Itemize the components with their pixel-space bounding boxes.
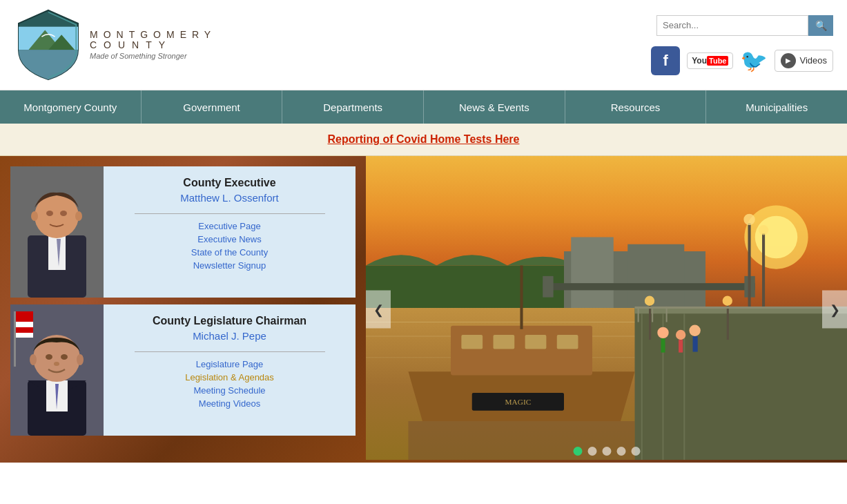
svg-rect-63 [661,338,665,353]
svg-rect-41 [748,223,751,308]
legislation-agendas-link[interactable]: Legislation & Agendas [185,372,274,382]
svg-rect-18 [16,327,33,333]
videos-button[interactable]: ▶ Videos [775,50,833,72]
nav-news-events[interactable]: News & Events [424,90,565,124]
svg-rect-19 [16,333,33,338]
svg-rect-43 [762,233,765,308]
county-executive-card: County Executive Matthew L. Ossenfort Ex… [10,166,356,298]
legislature-page-link[interactable]: Legislature Page [185,359,274,369]
svg-point-30 [54,362,59,366]
videos-label: Videos [799,55,827,66]
svg-text:MAGIC: MAGIC [505,398,532,406]
svg-point-62 [657,327,668,338]
carousel-dot-4[interactable] [616,447,625,456]
header-right: 🔍 f YouTube 🐦 ▶ Videos [651,15,833,75]
svg-point-26 [30,354,37,365]
svg-rect-15 [14,311,16,367]
search-bar: 🔍 [656,15,833,36]
executive-page-link[interactable]: Executive Page [191,221,268,231]
svg-point-27 [77,354,84,365]
svg-rect-38 [543,283,755,290]
left-panel: County Executive Matthew L. Ossenfort Ex… [0,156,366,463]
svg-rect-70 [727,304,729,340]
nav-municipalities[interactable]: Municipalities [706,90,847,124]
main-nav: Montgomery County Government Departments… [0,90,847,124]
svg-point-10 [46,211,53,216]
svg-rect-65 [679,340,683,352]
svg-rect-17 [16,322,33,327]
county-legislature-card: County Legislature Chairman Michael J. P… [10,304,356,436]
logo-line2: COUNTY [90,40,216,50]
legislature-info: County Legislature Chairman Michael J. P… [104,304,356,436]
legislature-title: County Legislature Chairman [153,315,306,327]
carousel-dot-1[interactable] [573,447,582,456]
logo-subtitle: Made of Something Stronger [90,52,216,60]
newsletter-signup-link[interactable]: Newsletter Signup [191,260,268,271]
main-content: County Executive Matthew L. Ossenfort Ex… [0,156,847,463]
search-input[interactable] [656,15,808,36]
logo-shield-icon [14,7,83,83]
svg-point-64 [676,330,685,340]
svg-rect-3 [19,50,78,79]
covid-link[interactable]: Reporting of Covid Home Tests Here [328,133,520,145]
svg-rect-55 [461,335,483,349]
meeting-schedule-link[interactable]: Meeting Schedule [185,385,274,396]
executive-links: Executive Page Executive News State of t… [191,221,268,271]
logo-area: MONTGOMERY COUNTY Made of Something Stro… [14,7,216,83]
svg-point-42 [743,214,754,225]
meeting-videos-link[interactable]: Meeting Videos [185,398,274,409]
youtube-you: You [692,56,707,66]
carousel-dot-3[interactable] [602,447,611,456]
nav-government[interactable]: Government [142,90,283,124]
prev-arrow-icon: ❮ [373,302,384,317]
executive-title: County Executive [183,177,275,189]
svg-rect-56 [494,335,515,349]
svg-point-28 [46,354,52,360]
svg-point-11 [60,211,67,216]
logo-line1: MONTGOMERY [90,30,216,40]
carousel-prev-button[interactable]: ❮ [366,291,391,329]
search-button[interactable]: 🔍 [808,15,833,36]
nav-montgomery-county[interactable]: Montgomery County [0,90,142,124]
logo-title: MONTGOMERY COUNTY [90,30,216,51]
slideshow-image: MAGIC [366,156,847,460]
carousel-next-button[interactable]: ❯ [822,291,847,329]
svg-point-29 [61,354,68,360]
youtube-icon[interactable]: YouTube [687,52,733,69]
svg-point-69 [645,296,654,306]
state-of-county-link[interactable]: State of the County [191,247,268,258]
executive-portrait [10,166,104,298]
svg-rect-16 [16,311,33,322]
social-links: f YouTube 🐦 ▶ Videos [651,46,833,75]
carousel-dots [573,447,640,456]
covid-banner: Reporting of Covid Home Tests Here [0,124,847,156]
svg-rect-54 [451,326,592,376]
svg-point-13 [75,211,82,221]
legislature-links: Legislature Page Legislation & Agendas M… [185,359,274,409]
svg-rect-67 [693,336,698,352]
svg-point-33 [755,216,798,259]
legislature-photo [10,304,104,436]
carousel-dot-5[interactable] [631,447,640,456]
executive-photo [10,166,104,298]
play-circle-icon: ▶ [781,53,796,68]
slideshow: MAGIC ❮ ❯ [366,156,847,463]
svg-rect-58 [557,335,578,349]
nav-resources[interactable]: Resources [565,90,707,124]
site-header: MONTGOMERY COUNTY Made of Something Stro… [0,0,847,90]
svg-point-71 [723,296,732,306]
carousel-dot-2[interactable] [587,447,596,456]
next-arrow-icon: ❯ [830,302,840,317]
svg-rect-37 [627,244,684,308]
executive-news-link[interactable]: Executive News [191,234,268,244]
twitter-icon[interactable]: 🐦 [740,48,768,74]
svg-rect-39 [543,276,553,298]
youtube-tube: Tube [707,56,728,66]
legislature-portrait [10,304,104,436]
svg-rect-57 [525,335,547,349]
nav-departments[interactable]: Departments [282,90,424,124]
svg-point-44 [759,225,768,235]
facebook-icon[interactable]: f [651,46,680,75]
svg-point-12 [31,211,38,221]
legislature-chairman-name: Michael J. Pepe [193,330,266,342]
